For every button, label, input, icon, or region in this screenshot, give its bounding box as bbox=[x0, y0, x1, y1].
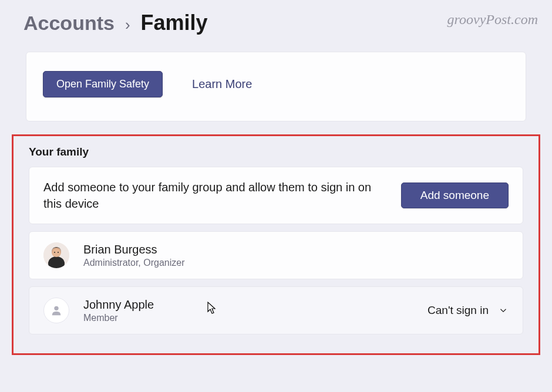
member-name: Johnny Apple bbox=[83, 298, 154, 312]
svg-point-4 bbox=[54, 252, 55, 253]
avatar-person-icon bbox=[43, 242, 69, 268]
section-title: Your family bbox=[21, 144, 531, 167]
watermark: groovyPost.com bbox=[447, 12, 538, 28]
family-member-row[interactable]: Brian Burgess Administrator, Organizer bbox=[29, 231, 523, 279]
member-info: Brian Burgess Administrator, Organizer bbox=[83, 243, 185, 268]
family-safety-card: Open Family Safety Learn More bbox=[26, 52, 526, 121]
member-name: Brian Burgess bbox=[83, 243, 185, 256]
family-member-row[interactable]: Johnny Apple Member Can't sign in bbox=[29, 286, 523, 334]
member-role: Administrator, Organizer bbox=[83, 258, 185, 268]
your-family-section: Your family Add someone to your family g… bbox=[12, 134, 540, 355]
person-placeholder-icon bbox=[50, 304, 63, 317]
member-info: Johnny Apple Member bbox=[83, 298, 154, 323]
add-someone-card: Add someone to your family group and all… bbox=[29, 167, 523, 224]
avatar bbox=[43, 242, 69, 268]
member-role: Member bbox=[83, 313, 154, 323]
svg-point-6 bbox=[54, 306, 58, 310]
breadcrumb-parent[interactable]: Accounts bbox=[23, 12, 115, 35]
add-description: Add someone to your family group and all… bbox=[43, 179, 384, 212]
member-status-area: Can't sign in bbox=[428, 304, 509, 317]
svg-point-5 bbox=[58, 252, 59, 253]
breadcrumb-current: Family bbox=[141, 11, 208, 35]
member-status: Can't sign in bbox=[428, 304, 489, 317]
add-someone-button[interactable]: Add someone bbox=[401, 183, 509, 208]
avatar bbox=[43, 298, 69, 323]
open-family-safety-button[interactable]: Open Family Safety bbox=[43, 71, 163, 97]
svg-point-3 bbox=[52, 249, 60, 257]
chevron-right-icon: › bbox=[125, 16, 130, 34]
chevron-down-icon bbox=[498, 305, 509, 316]
cursor-icon bbox=[207, 301, 217, 315]
learn-more-link[interactable]: Learn More bbox=[192, 77, 252, 91]
